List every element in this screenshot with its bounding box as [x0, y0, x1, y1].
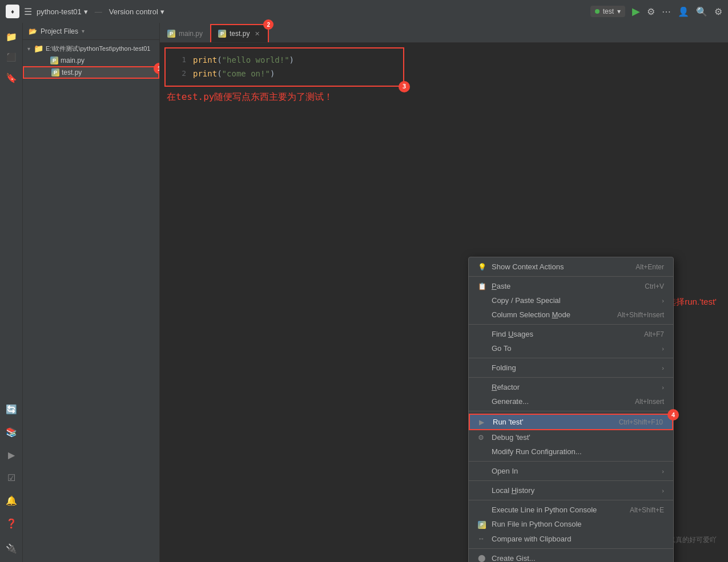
debug-test-icon: ⚙ — [478, 434, 487, 442]
project-menu[interactable]: python-test01 ▾ — [37, 7, 88, 16]
mainpy-tab-icon: P — [167, 30, 175, 38]
bookmarks-icon[interactable]: 🔖 — [2, 68, 21, 87]
separator-8 — [469, 500, 673, 500]
testpy-tab-label: test.py — [230, 30, 250, 38]
run-config-dot — [595, 9, 600, 14]
more-button[interactable]: ⋯ — [662, 6, 671, 17]
tree-item-testpy[interactable]: P test.py 1 — [23, 66, 159, 79]
goto-arrow-icon: › — [662, 345, 664, 352]
testpy-label: test.py — [62, 68, 82, 76]
separator-7 — [469, 480, 673, 481]
tree-root-folder[interactable]: ▾ 📁 E:\软件测试\pythonTest\python-test01 — [23, 42, 159, 55]
mainpy-icon: P — [50, 56, 58, 64]
vc-arrow-icon: ▾ — [160, 7, 164, 16]
project-panel-header[interactable]: 📂 Project Files ▾ — [23, 23, 159, 40]
notifications-icon[interactable]: 🔔 — [2, 491, 21, 510]
separator-3 — [469, 358, 673, 358]
menu-go-to[interactable]: Go To › — [469, 341, 673, 355]
project-tree: ▾ 📁 E:\软件测试\pythonTest\python-test01 P m… — [23, 40, 159, 562]
titlebar: ♦ ☰ python-test01 ▾ — Version control ▾ … — [0, 0, 728, 23]
structure-icon[interactable]: ⬛ — [2, 48, 21, 66]
project-arrow-icon: ▾ — [84, 7, 88, 16]
menu-copy-paste-special[interactable]: Copy / Paste Special › — [469, 293, 673, 308]
todo-icon[interactable]: ☑ — [2, 468, 21, 487]
help-icon[interactable]: ❓ — [2, 514, 21, 532]
submenu-arrow-icon: › — [662, 297, 664, 304]
run-config-selector[interactable]: test ▾ — [590, 6, 625, 17]
run-config-arrow-icon: ▾ — [617, 7, 621, 15]
version-control-menu[interactable]: Version control ▾ — [109, 7, 164, 16]
local-history-arrow-icon: › — [662, 487, 664, 494]
menu-local-history[interactable]: Local History › — [469, 483, 673, 498]
folder-icon: 📁 — [34, 44, 43, 53]
git-icon[interactable]: 🔄 — [2, 400, 21, 418]
run-test-icon: ▶ — [479, 418, 488, 426]
menu-compare-clipboard[interactable]: ↔ Compare with Clipboard — [469, 532, 673, 546]
titlebar-right: test ▾ ▶ ⚙ ⋯ 👤 🔍 ⚙ — [590, 5, 722, 18]
separator-5 — [469, 411, 673, 411]
lightbulb-icon: 💡 — [478, 263, 487, 271]
editor-annotation: 在test.py随便写点东西主要为了测试！ — [160, 87, 728, 108]
run-tool-icon[interactable]: ▶ — [2, 446, 21, 464]
tab-testpy[interactable]: P test.py ✕ 2 — [210, 24, 269, 42]
separator-1 — [469, 276, 673, 277]
tree-collapse-arrow: ▾ — [27, 46, 30, 52]
refactor-arrow-icon: › — [662, 384, 664, 391]
profile-button[interactable]: 👤 — [678, 6, 689, 17]
tree-item-mainpy[interactable]: P main.py — [23, 55, 159, 66]
menu-find-usages[interactable]: Find Usages Alt+F7 — [469, 327, 673, 341]
menu-modify-run-config[interactable]: Modify Run Configuration... — [469, 444, 673, 459]
context-menu: 💡 Show Context Actions Alt+Enter 📋 Paste… — [468, 257, 674, 562]
testpy-tab-icon: P — [218, 30, 226, 38]
panel-header-arrow-icon: ▾ — [82, 28, 85, 34]
code-line-2: 2 print("come on!") — [166, 67, 403, 80]
open-in-arrow-icon: › — [662, 468, 664, 475]
menu-open-in[interactable]: Open In › — [469, 464, 673, 478]
menu-run-test[interactable]: ▶ Run 'test' Ctrl+Shift+F10 4 — [469, 414, 673, 430]
main-layout: 📁 ⬛ 🔖 🔄 📚 ▶ ☑ 🔔 ❓ 🔌 📂 Project Files ▾ ▾ … — [0, 23, 728, 562]
tab-bar: P main.py P test.py ✕ 2 — [160, 23, 728, 43]
editor-area: P main.py P test.py ✕ 2 1 print("hello w… — [160, 23, 728, 562]
menu-run-file-console[interactable]: P Run File in Python Console — [469, 517, 673, 532]
separator-4 — [469, 377, 673, 378]
badge-4: 4 — [667, 409, 679, 421]
settings-button[interactable]: ⚙ — [714, 6, 722, 17]
badge-2: 2 — [263, 19, 273, 30]
code-editor[interactable]: 1 print("hello world!") 2 print("come on… — [164, 47, 404, 87]
menu-create-gist[interactable]: ⬤ Create Gist... — [469, 551, 673, 563]
paste-icon: 📋 — [478, 282, 487, 290]
badge-3: 3 — [399, 81, 410, 92]
menu-refactor[interactable]: Refactor › — [469, 380, 673, 394]
menu-generate[interactable]: Generate... Alt+Insert — [469, 394, 673, 409]
debug-button[interactable]: ⚙ — [647, 6, 655, 17]
left-sidebar-icons: 📁 ⬛ 🔖 🔄 📚 ▶ ☑ 🔔 ❓ 🔌 — [0, 23, 23, 562]
menu-column-selection[interactable]: Column Selection Mode Alt+Shift+Insert — [469, 308, 673, 322]
tab-close-button[interactable]: ✕ — [253, 30, 261, 38]
app-logo: ♦ — [6, 5, 19, 18]
project-files-icon[interactable]: 📁 — [2, 27, 21, 46]
separator-6 — [469, 461, 673, 462]
badge-1: 1 — [154, 63, 159, 74]
github-icon: ⬤ — [478, 554, 487, 562]
mainpy-tab-label: main.py — [179, 30, 203, 38]
separator-2 — [469, 324, 673, 325]
plugins-icon[interactable]: 🔌 — [2, 539, 21, 557]
layers-icon[interactable]: 📚 — [2, 423, 21, 441]
menu-debug-test[interactable]: ⚙ Debug 'test' — [469, 430, 673, 444]
code-line-1: 1 print("hello world!") — [166, 53, 403, 67]
root-folder-label: E:\软件测试\pythonTest\python-test01 — [46, 45, 150, 53]
menu-paste[interactable]: 📋 Paste Ctrl+V — [469, 279, 673, 293]
menu-execute-line[interactable]: Execute Line in Python Console Alt+Shift… — [469, 503, 673, 517]
project-folder-icon: 📂 — [29, 27, 37, 35]
tab-mainpy[interactable]: P main.py — [160, 24, 210, 42]
search-button[interactable]: 🔍 — [696, 6, 707, 17]
hamburger-icon[interactable]: ☰ — [24, 6, 32, 17]
run-button[interactable]: ▶ — [632, 5, 640, 18]
folding-arrow-icon: › — [662, 365, 664, 371]
py-file-icon: P — [478, 521, 486, 529]
separator-9 — [469, 548, 673, 549]
menu-show-context-actions[interactable]: 💡 Show Context Actions Alt+Enter — [469, 260, 673, 274]
menu-folding[interactable]: Folding › — [469, 361, 673, 375]
mainpy-label: main.py — [61, 56, 85, 64]
testpy-icon: P — [51, 68, 59, 76]
